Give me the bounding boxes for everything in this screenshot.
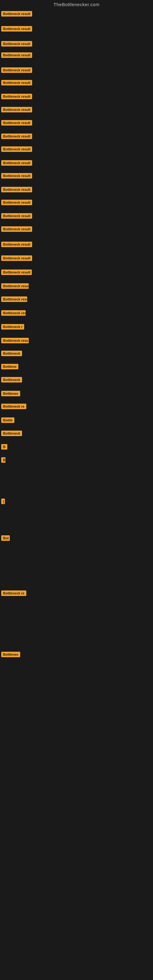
result-item[interactable]: | (1, 499, 5, 505)
result-badge: Bottleneck result (1, 213, 32, 219)
result-badge: Bottleneck (1, 351, 22, 356)
result-badge: Bottleneck result (1, 296, 27, 302)
result-badge: Bottleneck re (1, 404, 26, 409)
result-item[interactable]: Bottleneck result (1, 173, 32, 180)
result-badge: Bottleneck result (1, 94, 32, 99)
site-title: TheBottlenecker.com (0, 0, 153, 10)
result-item[interactable]: Bottle (1, 417, 14, 424)
result-badge: Bottleneck result (1, 11, 32, 16)
result-item[interactable]: Bottlenec (1, 391, 20, 398)
result-item[interactable]: Bottleneck r (1, 324, 24, 331)
result-badge: Bottleneck r (1, 324, 24, 329)
result-item[interactable]: Bottlene (1, 364, 18, 371)
result-badge: Bottleneck resu (1, 338, 29, 343)
result-badge: Bottleneck result (1, 310, 26, 316)
result-badge: Bottleneck result (1, 52, 32, 58)
result-badge: Bottleneck result (1, 187, 32, 192)
result-badge: Bottleneck result (1, 134, 32, 139)
result-item[interactable]: Bottleneck result (1, 52, 32, 59)
result-badge: | (1, 499, 5, 504)
result-badge: Bottleneck re (1, 590, 26, 596)
result-item[interactable]: Bottleneck result (1, 41, 32, 48)
result-badge: Bottleneck result (1, 146, 32, 152)
result-item[interactable]: Bottleneck resu (1, 338, 29, 345)
result-item[interactable]: Bottleneck result (1, 107, 32, 114)
result-item[interactable]: Bottleneck result (1, 269, 32, 276)
result-item[interactable]: Bottleneck result (1, 67, 32, 74)
result-badge: Bottleneck result (1, 242, 32, 247)
result-item[interactable]: Bottleneck result (1, 200, 32, 207)
result-badge: Bottleneck result (1, 160, 32, 166)
result-item[interactable]: B (1, 457, 5, 464)
result-item[interactable]: Bottleneck result (1, 94, 32, 100)
result-item[interactable]: Bottlenec (1, 652, 20, 659)
result-item[interactable]: Bot (1, 535, 10, 542)
result-badge: Bottlenec (1, 652, 20, 657)
result-badge: Bot (1, 535, 10, 541)
result-badge: Bottleneck (1, 431, 22, 436)
result-badge: Bottle (1, 417, 14, 423)
result-badge: B (1, 444, 7, 450)
result-item[interactable]: Bottleneck result (1, 26, 32, 33)
result-item[interactable]: Bottleneck (1, 377, 22, 384)
result-badge: Bottleneck result (1, 226, 32, 232)
result-badge: Bottleneck result (1, 41, 32, 46)
result-badge: Bottleneck result (1, 283, 29, 289)
result-item[interactable]: Bottleneck result (1, 213, 32, 220)
result-item[interactable]: Bottleneck result (1, 226, 32, 233)
result-badge: Bottleneck result (1, 173, 32, 178)
result-item[interactable]: Bottleneck result (1, 310, 26, 317)
result-badge: Bottleneck result (1, 120, 32, 126)
result-item[interactable]: Bottleneck result (1, 255, 32, 262)
result-badge: Bottlene (1, 364, 18, 369)
result-item[interactable]: Bottleneck result (1, 134, 32, 140)
result-badge: Bottleneck result (1, 26, 32, 32)
result-item[interactable]: Bottleneck (1, 351, 22, 357)
result-badge: Bottleneck result (1, 200, 32, 205)
result-item[interactable]: Bottleneck result (1, 80, 32, 87)
result-item[interactable]: Bottleneck result (1, 283, 29, 290)
result-badge: B (1, 457, 5, 463)
result-badge: Bottlenec (1, 391, 20, 396)
result-item[interactable]: B (1, 444, 7, 451)
result-item[interactable]: Bottleneck re (1, 590, 26, 597)
result-item[interactable]: Bottleneck result (1, 120, 32, 127)
result-item[interactable]: Bottleneck result (1, 146, 32, 153)
result-badge: Bottleneck result (1, 255, 32, 261)
result-item[interactable]: Bottleneck result (1, 296, 27, 303)
result-item[interactable]: Bottleneck re (1, 404, 26, 410)
result-badge: Bottleneck result (1, 80, 32, 86)
result-item[interactable]: Bottleneck result (1, 187, 32, 194)
result-badge: Bottleneck result (1, 269, 32, 275)
result-item[interactable]: Bottleneck result (1, 11, 32, 18)
result-item[interactable]: Bottleneck (1, 431, 22, 438)
result-badge: Bottleneck (1, 377, 22, 382)
result-badge: Bottleneck result (1, 67, 32, 73)
result-badge: Bottleneck result (1, 107, 32, 112)
result-item[interactable]: Bottleneck result (1, 160, 32, 167)
result-item[interactable]: Bottleneck result (1, 242, 32, 248)
